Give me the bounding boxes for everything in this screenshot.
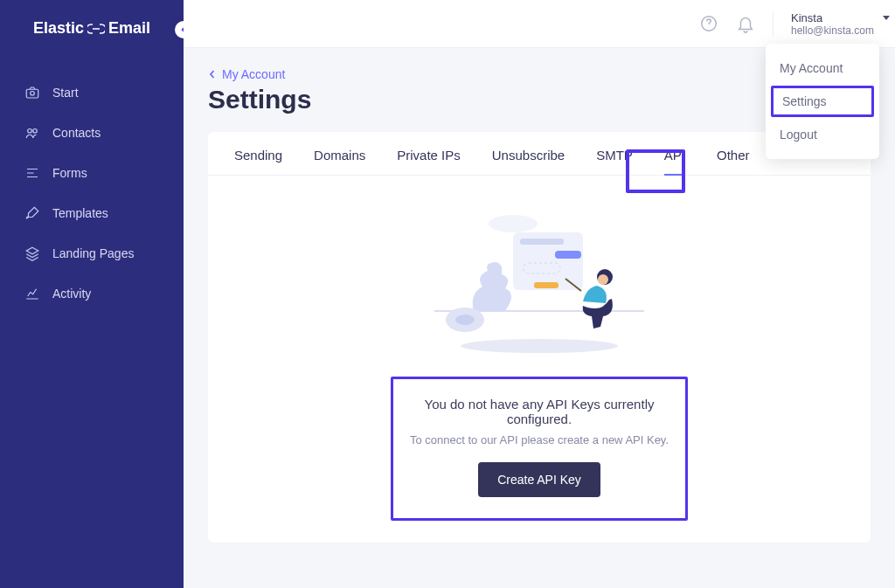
- sidebar: Elastic Email Start Contacts Forms Templ…: [0, 0, 184, 588]
- brand-right: Email: [108, 19, 150, 38]
- sidebar-item-label: Activity: [52, 287, 91, 301]
- brand-logo[interactable]: Elastic Email: [0, 19, 184, 38]
- breadcrumb-label: My Account: [222, 67, 285, 81]
- layers-icon: [24, 246, 40, 261]
- sidebar-item-activity[interactable]: Activity: [0, 273, 184, 314]
- camera-icon: [24, 85, 40, 100]
- brand-left: Elastic: [33, 19, 84, 38]
- topbar: Kinsta hello@kinsta.com My Account Setti…: [184, 0, 895, 48]
- sidebar-item-contacts[interactable]: Contacts: [0, 113, 184, 153]
- svg-rect-11: [555, 251, 581, 259]
- svg-point-5: [461, 339, 618, 353]
- sidebar-item-label: Landing Pages: [52, 246, 134, 260]
- svg-point-1: [31, 92, 35, 96]
- svg-rect-0: [26, 89, 38, 98]
- account-menu-trigger[interactable]: Kinsta hello@kinsta.com: [773, 11, 878, 37]
- empty-state-box: You do not have any API Keys currently c…: [391, 377, 688, 521]
- sidebar-item-label: Templates: [52, 206, 108, 220]
- chevron-left-icon: [208, 70, 217, 79]
- svg-point-3: [33, 129, 38, 134]
- tab-domains[interactable]: Domains: [314, 148, 365, 175]
- main-area: Kinsta hello@kinsta.com My Account Setti…: [184, 0, 895, 588]
- create-api-key-button[interactable]: Create API Key: [478, 462, 600, 497]
- svg-rect-10: [520, 239, 564, 245]
- sidebar-item-label: Start: [52, 86, 79, 100]
- dropdown-my-account[interactable]: My Account: [766, 52, 879, 84]
- account-name: Kinsta: [791, 11, 878, 24]
- tab-other[interactable]: Other: [717, 148, 750, 175]
- sidebar-item-label: Forms: [52, 166, 87, 180]
- help-icon[interactable]: [699, 14, 718, 33]
- dropdown-logout[interactable]: Logout: [766, 119, 879, 150]
- sidebar-item-forms[interactable]: Forms: [0, 153, 184, 193]
- users-icon: [24, 125, 40, 141]
- chevron-down-icon: [883, 16, 890, 20]
- tab-private-ips[interactable]: Private IPs: [397, 148, 461, 175]
- tab-smtp[interactable]: SMTP: [596, 148, 633, 175]
- sidebar-item-label: Contacts: [52, 126, 101, 140]
- sidebar-item-templates[interactable]: Templates: [0, 193, 184, 233]
- account-email: hello@kinsta.com: [791, 24, 878, 37]
- tab-unsubscribe[interactable]: Unsubscribe: [492, 148, 565, 175]
- dropdown-settings[interactable]: Settings: [771, 86, 874, 117]
- empty-state: You do not have any API Keys currently c…: [208, 176, 871, 521]
- svg-point-8: [455, 315, 475, 325]
- lines-icon: [24, 165, 40, 181]
- tab-sending[interactable]: Sending: [234, 148, 282, 175]
- svg-point-16: [598, 274, 608, 285]
- empty-state-title: You do not have any API Keys currently c…: [409, 397, 670, 426]
- bell-icon[interactable]: [736, 14, 755, 33]
- account-dropdown: My Account Settings Logout: [766, 44, 879, 159]
- sidebar-item-start[interactable]: Start: [0, 73, 184, 113]
- settings-card: Sending Domains Private IPs Unsubscribe …: [208, 132, 871, 543]
- brand-link-icon: [87, 24, 105, 34]
- sidebar-item-landing-pages[interactable]: Landing Pages: [0, 233, 184, 273]
- brush-icon: [24, 205, 40, 221]
- illustration: [426, 211, 653, 359]
- tab-api[interactable]: API: [664, 148, 685, 175]
- empty-state-subtitle: To connect to our API please create a ne…: [410, 433, 669, 446]
- svg-point-14: [489, 215, 538, 232]
- svg-point-2: [28, 129, 32, 134]
- svg-rect-13: [534, 282, 559, 288]
- chart-icon: [24, 286, 40, 301]
